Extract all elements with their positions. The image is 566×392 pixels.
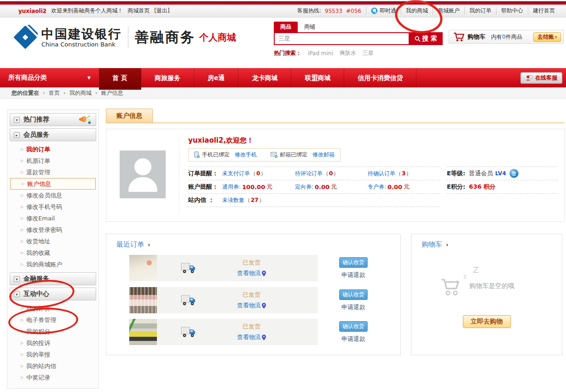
confirm-receipt-button[interactable]: 确认收货 — [339, 289, 368, 300]
link-ccb-home[interactable]: 建行首页 — [533, 7, 555, 15]
tab-credit-consumption[interactable]: 信用卡消费信贷 — [344, 68, 416, 87]
unpaid-orders-link[interactable]: 未支付订单 — [222, 170, 250, 178]
go-shopping-button[interactable]: 立即去购物 — [463, 315, 511, 328]
item-arrow-icon: ▷ — [21, 228, 23, 232]
sleep-z-icon: z — [456, 279, 458, 284]
order-row: 已发货 查看物流 确认收货 — [106, 287, 400, 313]
checkout-button[interactable]: 去结账› — [533, 32, 561, 42]
delivery-truck-icon — [181, 262, 196, 275]
breadcrumb-my-mall[interactable]: 我的商城 — [69, 89, 92, 97]
apply-refund-link[interactable]: 申请退款 — [341, 271, 365, 279]
sidebar-item-site-messages[interactable]: ▷ 我的站内信 — [10, 360, 96, 372]
hot-search-item-ipad[interactable]: iPad mini — [308, 50, 333, 57]
sidebar-section-hot-recommend[interactable]: ▾ 热门推荐 — [10, 113, 96, 126]
sidebar-item-my-favorites[interactable]: ▷ 我的收藏 — [10, 247, 96, 259]
all-categories-menu[interactable]: 所有商品分类 ▼ — [0, 68, 99, 87]
online-service-button[interactable]: 在线客服 — [520, 72, 562, 84]
sidebar-item-my-complaints[interactable]: ▷ 我的投诉 — [10, 337, 96, 349]
search-tab-product[interactable]: 商品 — [274, 22, 298, 32]
edit-email-link[interactable]: 修改邮箱 — [312, 151, 335, 159]
recent-orders-title[interactable]: 最近订单› — [116, 240, 150, 249]
cart-panel-title[interactable]: 购物车› — [422, 240, 448, 249]
hot-search-item-samsung[interactable]: 三星 — [363, 49, 374, 57]
pending-review-orders-link[interactable]: 待评论订单 — [295, 170, 323, 178]
breadcrumb-home[interactable]: 首页 — [49, 89, 60, 97]
directed-voucher-link[interactable]: 定向券: — [295, 183, 313, 191]
edit-phone-link[interactable]: 修改手机 — [235, 151, 257, 159]
sidebar-item-account-info-active[interactable]: ▷ 账户信息 — [10, 178, 96, 190]
hot-search-label: 热门搜索： — [274, 49, 301, 57]
sidebar-item-edit-member-info[interactable]: ▷ 修改会员信息 — [10, 190, 96, 201]
search-button[interactable]: 搜 索 — [409, 32, 443, 45]
product-thumbnail[interactable] — [129, 287, 157, 313]
dedicated-voucher-link[interactable]: 专户券: — [368, 183, 386, 191]
email-binding: 邮箱已绑定 修改邮箱 — [271, 151, 335, 159]
hot-search-item-toner[interactable]: 爽肤水 — [340, 49, 356, 57]
level-value: LV4 — [495, 170, 506, 177]
phone-binding: 手机已绑定 修改手机 — [194, 151, 257, 159]
product-thumbnail[interactable] — [129, 319, 157, 345]
search-input[interactable] — [274, 32, 409, 45]
points-value: 636 积分 — [469, 183, 496, 191]
sidebar-item-edit-password[interactable]: ▷ 修改登录密码 — [10, 224, 96, 236]
confirm-receipt-button[interactable]: 确认收货 — [339, 257, 368, 268]
sidebar-item-shipping-address[interactable]: ▷ 收货地址 — [10, 236, 96, 247]
track-logistics-link[interactable]: 查看物流 — [237, 300, 266, 311]
sidebar-item-my-orders[interactable]: ▷ 我的订单 — [10, 144, 96, 155]
apply-refund-link[interactable]: 申请退款 — [341, 335, 365, 343]
general-voucher-link[interactable]: 通用券: — [222, 183, 241, 191]
welcome-message: yuxiaoli2,欢迎您！ — [188, 136, 558, 145]
sidebar-section-interaction-center[interactable]: ▾ 互动中心 — [10, 288, 96, 300]
utility-bar: yuxiaoli2 欢迎来到善融商务个人商城！ 商城首页 [退出] 客服热线: … — [0, 5, 566, 17]
sidebar-item-refund-management[interactable]: ▷ 退款管理 — [10, 167, 96, 178]
tab-longcard-mall[interactable]: 龙卡商城 — [238, 68, 291, 87]
sidebar-item-lottery-records[interactable]: ▷ 中奖记录 — [10, 372, 96, 383]
mall-home-link[interactable]: 商城首页 — [127, 7, 150, 15]
track-logistics-link[interactable]: 查看物流 — [237, 268, 266, 278]
sidebar-section-financial-services[interactable]: ▾ 金融服务 — [10, 272, 96, 285]
unread-messages-link[interactable]: 未读数量 — [222, 196, 244, 204]
sidebar-item-my-points[interactable]: ▷ 我的积分 — [10, 326, 96, 337]
confirm-receipt-button[interactable]: 确认收货 — [339, 321, 368, 332]
sidebar-item-my-reviews[interactable]: ▷ 我的评价 — [10, 303, 96, 314]
logo[interactable]: 中国建设银行 China Construction Bank 善融商务 个人商城 — [13, 25, 236, 50]
tab-account-info[interactable]: 账户信息 — [106, 109, 153, 122]
recent-orders-panel: 最近订单› — [106, 234, 401, 355]
sleep-z-icon: Z — [473, 265, 479, 275]
link-help-center[interactable]: 帮助中心 — [501, 7, 523, 15]
tab-alliance-mall[interactable]: 联盟商城 — [291, 68, 344, 87]
sidebar-section-member-services[interactable]: ▸ 会员服务 — [10, 128, 96, 141]
location-pin-icon — [262, 334, 266, 340]
product-thumbnail[interactable] — [129, 255, 157, 281]
track-logistics-link[interactable]: 查看物流 — [237, 332, 266, 342]
link-instant-messenger[interactable]: 即时通 — [380, 7, 396, 15]
logout-link[interactable]: [退出] — [154, 7, 169, 15]
pending-confirm-orders-link[interactable]: 待确认订单 — [368, 170, 395, 178]
empty-cart-icon — [440, 277, 462, 297]
divider — [179, 138, 179, 214]
sidebar-item-my-reports[interactable]: ▷ 我的举报 — [10, 349, 96, 360]
search-icon — [415, 36, 421, 42]
item-arrow-icon: ▷ — [21, 193, 23, 197]
sidebar-item-edit-phone[interactable]: ▷ 修改手机号码 — [10, 201, 96, 213]
sidebar-item-mall-account[interactable]: ▷ 我的商城账户 — [10, 259, 96, 270]
expand-icon: ▸ — [14, 132, 20, 138]
tab-home[interactable]: 首 页 — [99, 68, 141, 90]
main-nav: 所有商品分类 ▼ 首 页 商旅服务 房e通 龙卡商城 联盟商城 信用卡消费信贷 … — [0, 68, 566, 87]
breadcrumb-account-info[interactable]: 账户信息 — [101, 89, 123, 97]
apply-refund-link[interactable]: 申请退款 — [341, 303, 365, 311]
tab-house-e[interactable]: 房e通 — [194, 68, 239, 87]
link-mall-account[interactable]: 商城账户 — [438, 7, 460, 15]
sidebar-item-flight-orders[interactable]: ▷ 机票订单 — [10, 155, 96, 167]
sidebar-item-evoucher-management[interactable]: ▷ 电子券管理 — [10, 314, 96, 326]
link-my-orders[interactable]: 我的订单 — [469, 7, 491, 15]
binding-status-box: 手机已绑定 修改手机 邮箱已绑定 修改邮箱 — [188, 148, 341, 161]
brand-name: 善融商务 — [135, 28, 196, 47]
mini-cart[interactable]: 购物车 内有0件商品 去结账› — [449, 30, 564, 44]
search-tab-shop[interactable]: 商铺 — [298, 22, 322, 32]
tab-travel-services[interactable]: 商旅服务 — [141, 68, 194, 87]
sidebar-item-edit-email[interactable]: ▷ 修改Email — [10, 213, 96, 224]
link-my-mall[interactable]: 我的商城 — [406, 7, 428, 15]
logo-divider — [128, 26, 128, 48]
brand-subtitle: 个人商城 — [199, 31, 236, 44]
